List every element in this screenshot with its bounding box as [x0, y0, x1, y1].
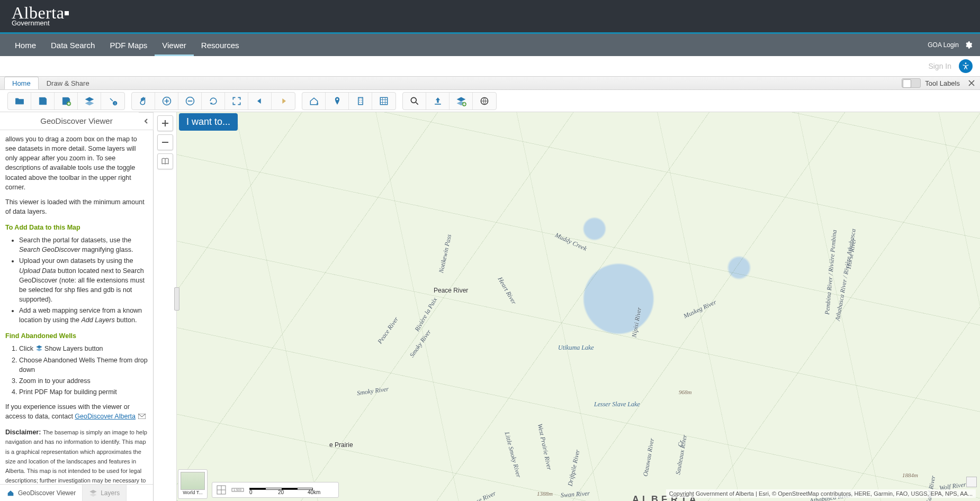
tool-labels-text: Tool Labels — [925, 79, 960, 87]
forward-button[interactable] — [272, 93, 295, 110]
goa-login-link[interactable]: GOA Login — [928, 41, 959, 49]
building-button[interactable] — [349, 93, 372, 110]
zoom-out-button[interactable] — [178, 93, 202, 110]
scale-icon[interactable]: 1:500 — [231, 486, 244, 494]
bookmarks-control[interactable] — [157, 153, 173, 169]
zoom-out-icon — [185, 96, 195, 106]
map-wrap: I want to... Peace RiverPeace RiverRiviè… — [154, 112, 980, 501]
tab-layers[interactable]: Layers — [83, 485, 127, 501]
basemap-selector[interactable]: World T... — [178, 469, 208, 499]
ribbon-tab-draw-share[interactable]: Draw & Share — [39, 77, 97, 89]
side-panel: GeoDiscover Viewer allows you to drag a … — [0, 112, 154, 501]
list-item: Print PDF Map for building permit — [19, 387, 148, 397]
list-item: Add a web mapping service from a known l… — [19, 306, 148, 325]
search-icon — [409, 96, 420, 106]
pin-button[interactable] — [326, 93, 349, 110]
globe-icon — [479, 96, 490, 106]
add-data-list: Search the portal for datasets, use the … — [5, 235, 148, 325]
tab-geodiscover-viewer[interactable]: GeoDiscover Viewer — [0, 485, 83, 501]
heading-find-wells: Find Abandoned Wells — [5, 331, 148, 341]
map-label: e Prairie — [329, 441, 353, 449]
home-hash-button[interactable]: # — [302, 93, 326, 110]
zoom-out-control[interactable] — [157, 134, 173, 150]
panel-body: allows you to drag a zoom box on the map… — [0, 130, 153, 484]
disclaimer-text: The basemap is simply an image to help n… — [5, 429, 147, 484]
basemap-thumb — [181, 472, 205, 490]
panel-collapse-button[interactable] — [139, 112, 154, 130]
refresh-button[interactable] — [202, 93, 225, 110]
main-area: GeoDiscover Viewer allows you to drag a … — [0, 112, 980, 501]
accessibility-icon — [961, 62, 970, 70]
accessibility-button[interactable] — [959, 59, 973, 73]
map-label: 1884m — [902, 472, 918, 478]
toolbar: i # — [0, 90, 980, 112]
find-wells-list: Click Show Layers button Choose Abandone… — [5, 344, 148, 397]
open-folder-icon — [14, 96, 25, 106]
nav-data-search[interactable]: Data Search — [43, 34, 102, 56]
nav-pdf-maps[interactable]: PDF Maps — [102, 34, 155, 56]
home-icon — [6, 489, 15, 497]
gov-header: Alberta Government — [0, 0, 980, 34]
svg-rect-1 — [41, 98, 44, 100]
identify-button[interactable]: i — [101, 93, 124, 110]
primary-nav: Home Data Search PDF Maps Viewer Resourc… — [0, 34, 980, 56]
chevron-left-icon — [143, 118, 149, 124]
zoom-in-control[interactable] — [157, 115, 173, 131]
svg-point-11 — [411, 97, 416, 103]
tool-labels-switch[interactable] — [902, 78, 921, 88]
book-icon — [161, 157, 169, 166]
open-button[interactable] — [8, 93, 31, 110]
identify-icon: i — [107, 96, 118, 106]
intro-tail: allows you to drag a zoom box on the map… — [5, 134, 148, 192]
map-canvas[interactable]: Peace RiverPeace RiverRivière la PaixSmo… — [177, 112, 980, 501]
search-button[interactable] — [403, 93, 426, 110]
refresh-icon — [208, 96, 219, 106]
pan-button[interactable] — [132, 93, 155, 110]
forward-icon — [278, 96, 289, 106]
panel-resize-handle[interactable] — [174, 287, 179, 311]
full-extent-button[interactable] — [225, 93, 248, 110]
nav-resources[interactable]: Resources — [194, 34, 247, 56]
contact-text: If you experience issues with the viewer… — [5, 402, 148, 421]
parcel-button[interactable] — [372, 93, 395, 110]
plus-icon — [161, 119, 169, 127]
panel-bottom-tabs: GeoDiscover Viewer Layers — [0, 484, 153, 501]
parcel-icon — [379, 96, 389, 106]
layers-button[interactable] — [78, 93, 101, 110]
map-side-controls: I want to... — [154, 112, 177, 501]
list-item: Click Show Layers button — [19, 344, 148, 353]
map-label: Lesser Slave Lake — [594, 400, 640, 408]
map-label: Cr. — [677, 439, 686, 448]
nav-home[interactable]: Home — [7, 34, 43, 56]
save-button[interactable] — [31, 93, 55, 110]
ribbon-tabs: Home Draw & Share Tool Labels — [0, 76, 980, 90]
disclaimer-label: Disclaimer: — [5, 429, 41, 436]
save-as-icon — [61, 96, 71, 106]
geodiscover-alberta-link[interactable]: GeoDiscover Alberta — [75, 413, 136, 420]
xy-icon[interactable] — [217, 485, 226, 495]
pin-icon — [332, 96, 343, 106]
layers-icon — [89, 489, 97, 497]
full-extent-icon — [231, 96, 242, 106]
add-layers-button[interactable] — [449, 93, 473, 110]
svg-rect-9 — [358, 97, 362, 104]
building-icon — [355, 96, 366, 106]
layers-icon — [35, 344, 43, 352]
layers-icon — [84, 96, 95, 106]
svg-rect-10 — [380, 97, 387, 104]
nav-viewer[interactable]: Viewer — [155, 34, 194, 56]
svg-text:#: # — [316, 101, 319, 106]
svg-point-8 — [336, 98, 338, 100]
save-as-button[interactable] — [55, 93, 78, 110]
close-icon[interactable] — [968, 80, 975, 86]
globe-button[interactable] — [473, 93, 496, 110]
overview-expand-button[interactable] — [966, 477, 977, 487]
zoom-in-button[interactable] — [155, 93, 178, 110]
i-want-to-button[interactable]: I want to... — [179, 113, 238, 131]
pan-icon — [138, 96, 149, 106]
signin-link[interactable]: Sign In — [928, 62, 951, 70]
back-button[interactable] — [248, 93, 272, 110]
gear-icon[interactable] — [964, 41, 973, 49]
upload-button[interactable] — [426, 93, 449, 110]
ribbon-tab-home[interactable]: Home — [4, 77, 39, 89]
